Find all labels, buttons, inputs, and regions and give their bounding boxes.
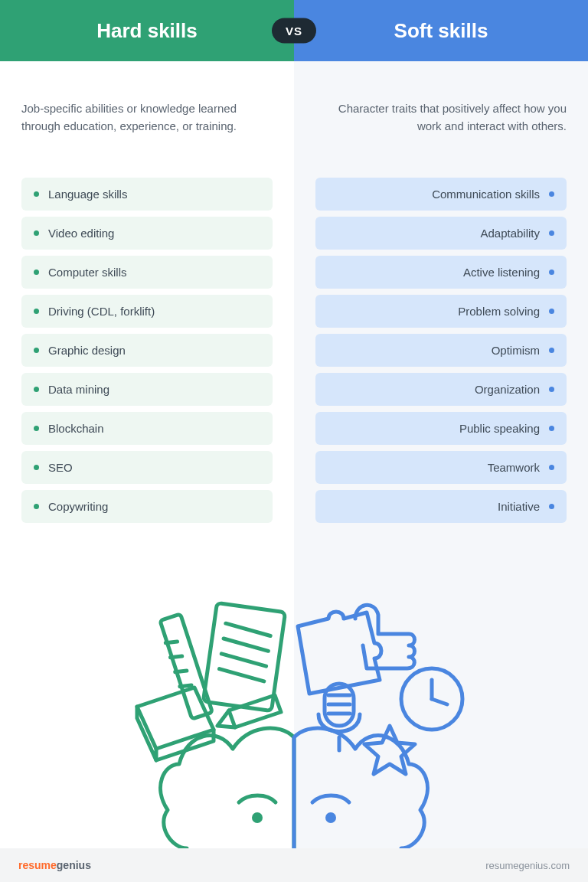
list-item-label: Computer skills (48, 266, 127, 279)
site-url: resumegenius.com (485, 860, 570, 871)
list-item-label: Blockchain (48, 422, 104, 435)
list-item: Adaptability (315, 217, 567, 250)
list-item: Problem solving (315, 295, 567, 328)
soft-skills-list: Communication skillsAdaptabilityActive l… (315, 178, 567, 523)
list-item: Blockchain (21, 412, 273, 445)
list-item-label: Teamwork (488, 461, 540, 474)
list-item-label: Public speaking (459, 422, 540, 435)
bullet-icon (34, 348, 39, 353)
list-item: Initiative (315, 490, 567, 523)
list-item: Data mining (21, 373, 273, 406)
list-item: SEO (21, 451, 273, 484)
bullet-icon (34, 387, 39, 392)
hard-skills-title: Hard skills (96, 19, 198, 43)
list-item-label: Initiative (498, 500, 540, 513)
list-item-label: Adaptability (480, 227, 540, 240)
hard-skills-header: Hard skills (0, 0, 294, 61)
bullet-icon (34, 426, 39, 431)
bullet-icon (549, 309, 554, 314)
bullet-icon (34, 191, 39, 197)
vs-badge: VS (272, 18, 316, 44)
list-item: Copywriting (21, 490, 273, 523)
list-item-label: Optimism (492, 344, 540, 357)
bullet-icon (34, 230, 39, 236)
list-item: Video editing (21, 217, 273, 250)
brand-part1: resume (18, 859, 57, 871)
soft-skills-title: Soft skills (394, 19, 488, 43)
brand-logo: resumegenius (18, 859, 91, 871)
list-item: Graphic design (21, 334, 273, 367)
soft-skills-description: Character traits that positively affect … (315, 100, 567, 165)
brand-part2: genius (57, 859, 91, 871)
list-item: Active listening (315, 256, 567, 289)
hard-skills-column: Job-specific abilities or knowledge lear… (0, 61, 294, 848)
comparison-header: Hard skills Soft skills VS (0, 0, 588, 61)
list-item-label: Copywriting (48, 500, 108, 513)
bullet-icon (34, 309, 39, 314)
list-item-label: Problem solving (458, 305, 540, 318)
content-area: Job-specific abilities or knowledge lear… (0, 61, 588, 848)
hard-skills-list: Language skillsVideo editingComputer ski… (21, 178, 273, 523)
list-item: Organization (315, 373, 567, 406)
bullet-icon (549, 270, 554, 275)
bullet-icon (549, 504, 554, 509)
list-item: Computer skills (21, 256, 273, 289)
bullet-icon (34, 270, 39, 275)
hard-skills-description: Job-specific abilities or knowledge lear… (21, 100, 273, 165)
list-item-label: SEO (48, 461, 73, 474)
bullet-icon (549, 191, 554, 197)
bullet-icon (549, 230, 554, 236)
list-item-label: Graphic design (48, 344, 126, 357)
footer: resumegenius resumegenius.com (0, 848, 588, 882)
bullet-icon (549, 387, 554, 392)
list-item: Public speaking (315, 412, 567, 445)
bullet-icon (34, 504, 39, 509)
bullet-icon (34, 465, 39, 470)
list-item-label: Language skills (48, 188, 127, 201)
soft-skills-column: Character traits that positively affect … (294, 61, 588, 848)
list-item: Language skills (21, 178, 273, 211)
bullet-icon (549, 426, 554, 431)
list-item-label: Communication skills (432, 188, 540, 201)
list-item-label: Organization (475, 383, 540, 396)
list-item: Optimism (315, 334, 567, 367)
list-item-label: Driving (CDL, forklift) (48, 305, 155, 318)
list-item: Teamwork (315, 451, 567, 484)
bullet-icon (549, 465, 554, 470)
bullet-icon (549, 348, 554, 353)
list-item-label: Video editing (48, 227, 114, 240)
vs-label: VS (286, 24, 302, 38)
list-item-label: Active listening (463, 266, 540, 279)
list-item-label: Data mining (48, 383, 109, 396)
list-item: Communication skills (315, 178, 567, 211)
soft-skills-header: Soft skills (294, 0, 588, 61)
list-item: Driving (CDL, forklift) (21, 295, 273, 328)
